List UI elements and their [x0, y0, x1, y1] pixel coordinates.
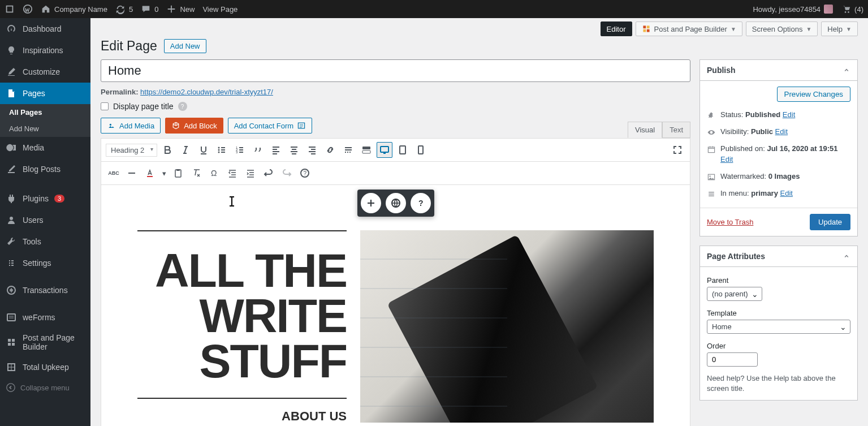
hr-button[interactable]	[124, 165, 140, 181]
special-char-button[interactable]: Ω	[206, 165, 222, 181]
sidebar-item-tools[interactable]: Tools	[0, 231, 90, 252]
post-title-input[interactable]	[101, 59, 690, 82]
visual-tab[interactable]: Visual	[628, 122, 662, 138]
keyboard-help-button[interactable]: ?	[297, 165, 313, 181]
sidebar-item-pages[interactable]: Pages	[0, 83, 90, 104]
strikethrough-button[interactable]: ABC	[106, 165, 122, 181]
tab-editor[interactable]: Editor	[601, 21, 632, 36]
float-add-button[interactable]	[361, 193, 381, 213]
sidebar-item-inspirations[interactable]: Inspirations	[0, 40, 90, 61]
howdy-user[interactable]: Howdy, jesseo74854	[753, 5, 833, 14]
bold-button[interactable]	[159, 142, 175, 158]
svg-point-4	[10, 217, 13, 220]
italic-button[interactable]	[178, 142, 193, 158]
svg-rect-26	[147, 176, 153, 177]
float-globe-button[interactable]	[386, 193, 406, 213]
desktop-view-button[interactable]	[377, 142, 392, 158]
comments-link[interactable]: 0	[141, 4, 158, 14]
sidebar-subitem-all-pages[interactable]: All Pages	[0, 104, 90, 121]
sidebar-item-users[interactable]: Users	[0, 209, 90, 231]
view-page-link[interactable]: View Page	[202, 5, 237, 14]
site-name-link[interactable]: Company Name	[41, 4, 107, 14]
menu-edit-link[interactable]: Edit	[780, 189, 793, 197]
svg-point-1	[24, 5, 32, 13]
help-text: Need help? Use the Help tab above the sc…	[707, 367, 850, 394]
add-new-button[interactable]: Add New	[164, 39, 206, 53]
sidebar-item-weforms[interactable]: weForms	[0, 307, 90, 328]
textcolor-dropdown[interactable]: ▾	[160, 165, 168, 181]
help-button[interactable]: Help▼	[821, 21, 858, 36]
updates-link[interactable]: 5	[115, 4, 133, 14]
mobile-view-button[interactable]	[413, 142, 429, 158]
sidebar-item-transactions[interactable]: Transactions	[0, 279, 90, 301]
tab-ppb[interactable]: Post and Page Builder▼	[636, 21, 742, 36]
editor-content[interactable]: ? ALL THE WRITE STUFF ABOUT US	[101, 185, 690, 426]
sidebar-item-total-upkeep[interactable]: Total Upkeep	[0, 356, 90, 378]
content-about-heading[interactable]: ABOUT US	[137, 398, 347, 424]
ol-button[interactable]: 123	[232, 142, 248, 158]
update-button[interactable]: Update	[810, 214, 850, 230]
fullscreen-button[interactable]	[670, 142, 685, 158]
screen-options-button[interactable]: Screen Options▼	[746, 21, 818, 36]
add-block-button[interactable]: Add Block	[165, 118, 223, 134]
content-heading[interactable]: ALL THE WRITE STUFF	[137, 248, 347, 384]
new-link[interactable]: New	[166, 4, 195, 14]
date-edit-link[interactable]: Edit	[720, 155, 733, 163]
paste-text-button[interactable]	[170, 165, 186, 181]
publish-panel-header[interactable]: Publish	[700, 60, 857, 81]
more-button[interactable]	[340, 142, 356, 158]
status-edit-link[interactable]: Edit	[783, 110, 795, 119]
align-left-button[interactable]	[268, 142, 284, 158]
format-select[interactable]: Heading 2	[106, 144, 157, 157]
align-right-button[interactable]	[304, 142, 320, 158]
display-title-label: Display page title	[113, 102, 174, 111]
preview-changes-button[interactable]: Preview Changes	[777, 87, 850, 102]
template-select[interactable]: Home	[707, 320, 850, 334]
textcolor-button[interactable]	[142, 165, 158, 181]
help-icon[interactable]: ?	[178, 102, 187, 111]
sidebar-item-customize[interactable]: Customize	[0, 61, 90, 83]
svg-rect-0	[7, 6, 13, 12]
cart-count: (4)	[854, 5, 863, 14]
toolbar-toggle-button[interactable]	[359, 142, 374, 158]
visibility-edit-link[interactable]: Edit	[775, 127, 788, 136]
float-help-button[interactable]: ?	[411, 193, 431, 213]
clear-format-button[interactable]	[188, 165, 204, 181]
content-image[interactable]	[360, 230, 654, 423]
outdent-button[interactable]	[224, 165, 240, 181]
link-button[interactable]	[322, 142, 338, 158]
quote-button[interactable]	[250, 142, 266, 158]
sidebar-item-blog-posts[interactable]: Blog Posts	[0, 158, 90, 180]
redo-button[interactable]	[279, 165, 295, 181]
permalink-url[interactable]: https://demo2.cloudwp.dev/trial-xtyyzt17…	[140, 88, 273, 96]
svg-text:3: 3	[236, 150, 238, 154]
indent-button[interactable]	[243, 165, 258, 181]
underline-button[interactable]	[196, 142, 211, 158]
move-to-trash-link[interactable]: Move to Trash	[707, 218, 753, 226]
new-text: New	[180, 5, 195, 14]
sidebar-item-ppb[interactable]: Post and Page Builder	[0, 328, 90, 356]
sidebar-item-dashboard[interactable]: Dashboard	[0, 18, 90, 40]
parent-select[interactable]: (no parent)	[707, 287, 762, 301]
text-tab[interactable]: Text	[662, 122, 690, 138]
cart-link[interactable]: (4)	[841, 4, 863, 14]
svg-rect-10	[646, 25, 649, 28]
page-attributes-header[interactable]: Page Attributes	[700, 246, 857, 267]
collapse-menu[interactable]: Collapse menu	[0, 378, 90, 397]
sidebar-item-media[interactable]: Media	[0, 137, 90, 158]
order-label: Order	[707, 338, 850, 352]
order-input[interactable]	[707, 352, 758, 367]
sidebar-subitem-add-new[interactable]: Add New	[0, 121, 90, 137]
wp-logo-icon[interactable]	[23, 4, 33, 14]
add-media-button[interactable]: Add Media	[101, 118, 161, 134]
align-center-button[interactable]	[286, 142, 302, 158]
system-menu-icon[interactable]	[5, 4, 15, 14]
tablet-view-button[interactable]	[395, 142, 411, 158]
sidebar-item-plugins[interactable]: Plugins3	[0, 188, 90, 209]
sidebar-item-settings[interactable]: Settings	[0, 252, 90, 274]
dropdown-icon: ▼	[731, 26, 736, 32]
display-title-checkbox[interactable]	[101, 102, 109, 110]
ul-button[interactable]	[214, 142, 230, 158]
add-contact-form-button[interactable]: Add Contact Form	[228, 118, 313, 134]
undo-button[interactable]	[261, 165, 277, 181]
